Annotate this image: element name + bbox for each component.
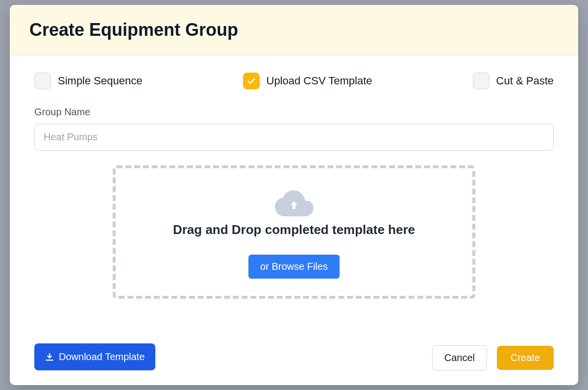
create-equipment-group-modal: Create Equipment Group Simple Sequence U… (10, 5, 578, 385)
check-icon (246, 76, 256, 86)
checkbox-upload-csv[interactable] (243, 73, 260, 89)
modal-header: Create Equipment Group (10, 5, 578, 55)
footer-row: Download Template Cancel Create (34, 343, 554, 370)
option-cut-paste[interactable]: Cut & Paste (473, 73, 554, 89)
dropzone-text: Drag and Drop completed template here (173, 222, 415, 237)
group-name-input[interactable] (34, 124, 554, 151)
download-icon (45, 353, 54, 362)
option-label-simple-sequence: Simple Sequence (58, 75, 142, 87)
options-row: Simple Sequence Upload CSV Template Cut … (34, 73, 554, 89)
option-label-upload-csv: Upload CSV Template (267, 75, 372, 87)
browse-files-button[interactable]: or Browse Files (248, 255, 340, 279)
right-buttons: Cancel Create (432, 345, 554, 370)
option-simple-sequence[interactable]: Simple Sequence (34, 73, 142, 89)
download-template-label: Download Template (59, 351, 145, 363)
modal-body: Simple Sequence Upload CSV Template Cut … (10, 55, 578, 385)
download-template-button[interactable]: Download Template (34, 343, 155, 370)
group-name-label: Group Name (34, 106, 554, 118)
create-button[interactable]: Create (497, 346, 554, 370)
option-label-cut-paste: Cut & Paste (496, 75, 554, 87)
modal-title: Create Equipment Group (29, 20, 559, 40)
file-dropzone[interactable]: Drag and Drop completed template here or… (113, 165, 475, 299)
checkbox-simple-sequence[interactable] (34, 73, 51, 89)
cloud-upload-icon (274, 188, 314, 217)
checkbox-cut-paste[interactable] (473, 73, 490, 89)
option-upload-csv[interactable]: Upload CSV Template (243, 73, 372, 89)
cancel-button[interactable]: Cancel (432, 345, 487, 370)
